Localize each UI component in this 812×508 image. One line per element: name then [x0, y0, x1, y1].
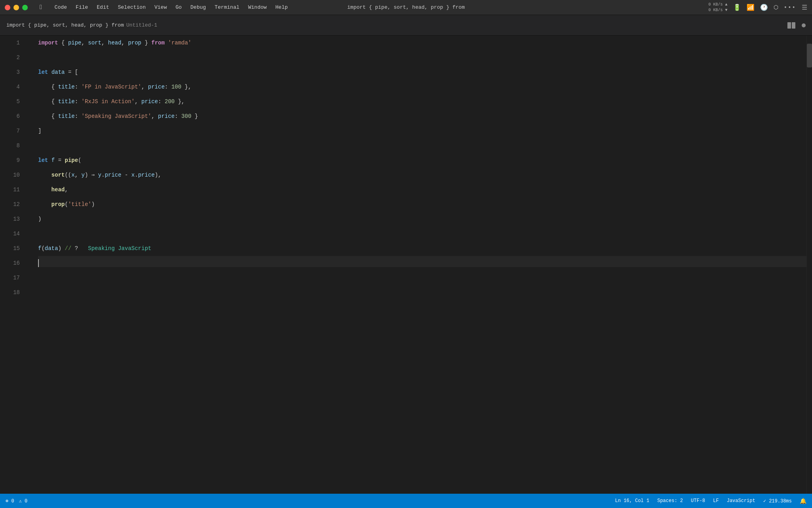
tab-bar: import { pipe, sort, head, prop } from U…	[0, 15, 812, 36]
tab-bar-right	[787, 22, 806, 29]
line-num-1: 1	[8, 36, 20, 50]
code-line-16	[38, 256, 806, 267]
wifi-icon: 📶	[747, 4, 755, 12]
menu-selection[interactable]: Selection	[114, 3, 149, 12]
more-icon[interactable]: •••	[784, 4, 796, 11]
status-line-col[interactable]: Ln 16, Col 1	[615, 498, 649, 504]
error-count[interactable]: ⊗ 0	[6, 498, 14, 504]
unsaved-indicator	[802, 23, 806, 27]
menu-help[interactable]: Help	[272, 3, 292, 12]
status-encoding[interactable]: UTF-8	[691, 498, 705, 504]
code-line-4: { title : 'FP in JavaScript' , price : 1…	[38, 80, 806, 94]
maximize-button[interactable]	[22, 5, 28, 10]
error-warning-group[interactable]: ⊗ 0 ⚠ 0	[6, 498, 27, 504]
code-line-7: ]	[38, 124, 806, 139]
menu-file[interactable]: File	[72, 3, 92, 12]
close-button[interactable]	[5, 5, 10, 10]
menu-debug[interactable]: Debug	[186, 3, 210, 12]
status-right: Ln 16, Col 1 Spaces: 2 UTF-8 LF JavaScri…	[615, 498, 806, 504]
status-eol[interactable]: LF	[713, 498, 719, 504]
line-num-5: 5	[8, 94, 20, 109]
menu-edit[interactable]: Edit	[93, 3, 113, 12]
battery-icon: 🔋	[733, 4, 741, 12]
list-icon[interactable]: ☰	[802, 4, 807, 12]
editor: 1 2 3 4 5 6 7 8 9 10 11 12 13 14 15 16 1…	[0, 36, 812, 494]
bell-icon[interactable]: 🔔	[800, 498, 806, 504]
line-num-16: 16	[8, 256, 20, 271]
line-num-4: 4	[8, 80, 20, 94]
code-line-17	[38, 267, 806, 282]
menu-view[interactable]: View	[150, 3, 170, 12]
menu-items:  Code File Edit Selection View Go Debug…	[36, 2, 292, 13]
status-spaces[interactable]: Spaces: 2	[657, 498, 683, 504]
menubar-right: 0 KB/s ▲0 KB/s ▼ 🔋 📶 🕐 ⬡ ••• ☰	[709, 2, 807, 13]
kw-import: import	[38, 36, 58, 50]
line-num-8: 8	[8, 139, 20, 153]
line-num-15: 15	[8, 241, 20, 256]
code-line-6: { title : 'Speaking JavaScript' , price …	[38, 109, 806, 124]
code-line-11: head ,	[38, 183, 806, 197]
code-line-14	[38, 227, 806, 241]
tab-breadcrumb: import { pipe, sort, head, prop } from U…	[6, 22, 157, 28]
line-num-13: 13	[8, 212, 20, 227]
code-line-5: { title : 'RxJS in Action' , price : 200…	[38, 94, 806, 109]
code-line-2	[38, 50, 806, 65]
split-editor-icon[interactable]	[787, 22, 795, 29]
status-left: ⊗ 0 ⚠ 0	[6, 498, 27, 504]
status-language[interactable]: JavaScript	[727, 498, 755, 504]
menu-code[interactable]: Code	[51, 3, 71, 12]
code-line-8	[38, 139, 806, 153]
code-line-10: sort (( x , y ) ⇒ y . price - x . price …	[38, 168, 806, 183]
line-num-7: 7	[8, 124, 20, 139]
line-num-18: 18	[8, 285, 20, 300]
clock-icon: 🕐	[760, 4, 768, 12]
line-num-9: 9	[8, 153, 20, 168]
line-num-3: 3	[8, 65, 20, 80]
code-line-13: )	[38, 212, 806, 227]
window-title: import { pipe, sort, head, prop } from	[347, 4, 465, 10]
code-line-18	[38, 282, 806, 296]
scrollbar[interactable]	[806, 36, 812, 494]
menu-go[interactable]: Go	[172, 3, 186, 12]
line-num-6: 6	[8, 109, 20, 124]
tab-breadcrumb-text: import { pipe, sort, head, prop } from	[6, 22, 124, 28]
line-num-10: 10	[8, 168, 20, 183]
code-area[interactable]: import { pipe , sort , head , prop } fro…	[32, 36, 806, 494]
code-line-9: let f = pipe (	[38, 153, 806, 168]
line-num-11: 11	[8, 183, 20, 197]
traffic-lights	[5, 5, 28, 10]
code-line-3: let data = [	[38, 65, 806, 80]
status-timing: ✓ 219.38ms	[763, 498, 792, 504]
line-num-2: 2	[8, 50, 20, 65]
minimize-button[interactable]	[13, 5, 19, 10]
line-numbers: 1 2 3 4 5 6 7 8 9 10 11 12 13 14 15 16 1…	[0, 36, 24, 494]
apple-menu[interactable]: 	[36, 2, 48, 13]
status-bar: ⊗ 0 ⚠ 0 Ln 16, Col 1 Spaces: 2 UTF-8 LF …	[0, 494, 812, 508]
kw-from-1: from	[151, 36, 165, 50]
tab-filename: Untitled-1	[126, 22, 157, 28]
code-line-1: import { pipe , sort , head , prop } fro…	[38, 36, 806, 50]
line-num-17: 17	[8, 271, 20, 285]
network-stats: 0 KB/s ▲0 KB/s ▼	[709, 2, 728, 13]
menubar:  Code File Edit Selection View Go Debug…	[0, 0, 812, 15]
code-line-15: f ( data ) // ? Speaking JavaScript	[38, 241, 806, 256]
line-num-12: 12	[8, 197, 20, 212]
menu-terminal[interactable]: Terminal	[211, 3, 243, 12]
code-line-12: prop ( 'title' )	[38, 197, 806, 212]
line-num-14: 14	[8, 227, 20, 241]
warning-count[interactable]: ⚠ 0	[19, 498, 28, 504]
extensions-icon: ⬡	[774, 4, 778, 11]
menu-window[interactable]: Window	[244, 3, 271, 12]
